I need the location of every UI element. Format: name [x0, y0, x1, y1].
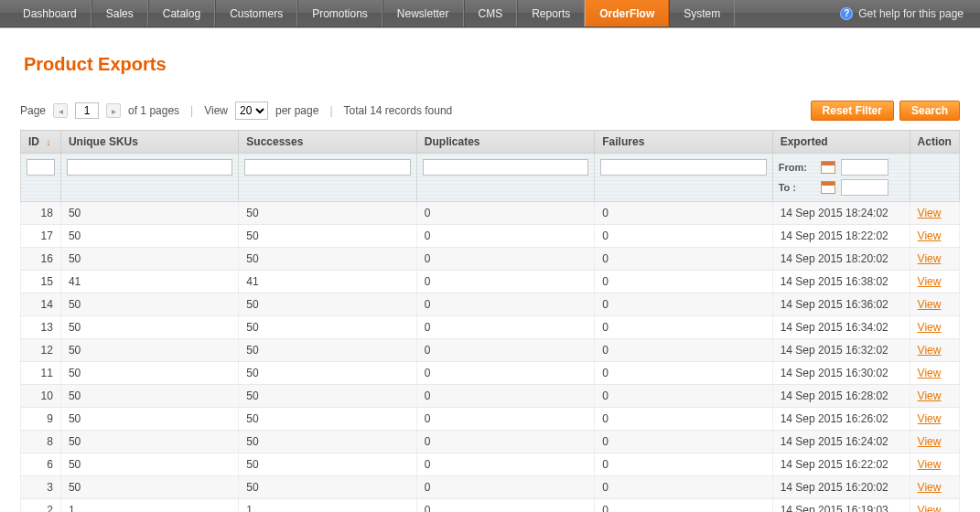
toolbar-sep-2: |	[326, 104, 336, 117]
search-button[interactable]: Search	[899, 101, 960, 121]
view-link[interactable]: View	[918, 252, 942, 265]
cell-duplicates: 0	[416, 225, 594, 248]
cell-successes: 50	[239, 408, 416, 431]
table-row[interactable]: 2110014 Sep 2015 16:19:03View	[21, 499, 960, 513]
table-row[interactable]: 650500014 Sep 2015 16:22:02View	[21, 453, 960, 476]
filter-id-input[interactable]	[27, 159, 55, 176]
view-link[interactable]: View	[918, 504, 942, 512]
filter-to-input[interactable]	[841, 179, 888, 196]
cell-action: View	[910, 339, 959, 362]
table-row[interactable]: 1350500014 Sep 2015 16:34:02View	[21, 316, 960, 339]
view-link[interactable]: View	[918, 229, 942, 242]
cell-action: View	[910, 499, 959, 513]
cell-action: View	[910, 385, 959, 408]
prev-page-button[interactable]: ◂	[53, 103, 68, 118]
cell-duplicates: 0	[416, 339, 594, 362]
sort-desc-icon: ↓	[46, 136, 51, 147]
view-link[interactable]: View	[918, 321, 942, 334]
table-row[interactable]: 1650500014 Sep 2015 18:20:02View	[21, 248, 960, 271]
cell-action: View	[910, 293, 959, 316]
view-link[interactable]: View	[918, 412, 942, 425]
nav-item-orderflow[interactable]: OrderFlow	[585, 0, 669, 27]
cell-successes: 50	[239, 248, 416, 271]
help-label: Get help for this page	[858, 7, 964, 20]
cell-id: 3	[21, 476, 61, 499]
view-link[interactable]: View	[918, 367, 942, 379]
next-page-button[interactable]: ▸	[106, 103, 121, 118]
page-label: Page	[20, 104, 46, 117]
cell-exported: 14 Sep 2015 16:38:02	[772, 271, 910, 293]
nav-item-catalog[interactable]: Catalog	[148, 0, 215, 27]
nav-item-dashboard[interactable]: Dashboard	[9, 0, 92, 27]
col-header-id-label: ID	[28, 135, 39, 148]
nav-item-sales[interactable]: Sales	[92, 0, 148, 27]
calendar-icon[interactable]	[821, 161, 835, 174]
view-link[interactable]: View	[918, 435, 942, 448]
col-header-failures[interactable]: Failures	[595, 131, 772, 154]
nav-item-reports[interactable]: Reports	[517, 0, 585, 27]
table-row[interactable]: 950500014 Sep 2015 16:26:02View	[21, 408, 960, 431]
nav-item-system[interactable]: System	[669, 0, 735, 27]
reset-filter-button[interactable]: Reset Filter	[811, 101, 894, 121]
page-number-input[interactable]	[75, 102, 99, 119]
cell-successes: 41	[239, 271, 416, 293]
cell-sku: 50	[60, 339, 238, 362]
help-link[interactable]: ? Get help for this page	[833, 0, 971, 27]
table-row[interactable]: 350500014 Sep 2015 16:20:02View	[21, 476, 960, 499]
nav-spacer	[735, 0, 833, 27]
filter-sku-input[interactable]	[67, 159, 232, 176]
cell-id: 17	[21, 225, 61, 248]
cell-id: 18	[21, 202, 61, 225]
table-row[interactable]: 1150500014 Sep 2015 16:30:02View	[21, 362, 960, 385]
col-header-id[interactable]: ID ↓	[21, 131, 61, 154]
filter-failures-input[interactable]	[600, 159, 766, 176]
cell-exported: 14 Sep 2015 16:22:02	[772, 453, 910, 476]
cell-sku: 50	[60, 431, 238, 453]
col-header-sku[interactable]: Unique SKUs	[60, 131, 238, 154]
cell-successes: 50	[239, 385, 416, 408]
cell-failures: 0	[595, 362, 772, 385]
view-link[interactable]: View	[918, 275, 942, 288]
nav-item-promotions[interactable]: Promotions	[297, 0, 382, 27]
table-row[interactable]: 850500014 Sep 2015 16:24:02View	[21, 431, 960, 453]
nav-item-customers[interactable]: Customers	[215, 0, 297, 27]
table-row[interactable]: 1450500014 Sep 2015 16:36:02View	[21, 293, 960, 316]
cell-exported: 14 Sep 2015 16:28:02	[772, 385, 910, 408]
view-link[interactable]: View	[918, 481, 942, 494]
col-header-successes[interactable]: Successes	[239, 131, 416, 154]
view-link[interactable]: View	[918, 458, 942, 471]
cell-failures: 0	[595, 293, 772, 316]
cell-failures: 0	[595, 339, 772, 362]
nav-item-newsletter[interactable]: Newsletter	[382, 0, 464, 27]
view-link[interactable]: View	[918, 298, 942, 311]
table-row[interactable]: 1750500014 Sep 2015 18:22:02View	[21, 225, 960, 248]
col-header-duplicates[interactable]: Duplicates	[416, 131, 594, 154]
table-row[interactable]: 1850500014 Sep 2015 18:24:02View	[21, 202, 960, 225]
filter-exported-date: From: To :	[779, 159, 904, 196]
view-link[interactable]: View	[918, 207, 942, 219]
table-row[interactable]: 1050500014 Sep 2015 16:28:02View	[21, 385, 960, 408]
view-link[interactable]: View	[918, 389, 942, 402]
filter-duplicates-input[interactable]	[423, 159, 588, 176]
top-nav: DashboardSalesCatalogCustomersPromotions…	[0, 0, 980, 27]
view-link[interactable]: View	[918, 344, 942, 357]
col-header-action: Action	[910, 131, 959, 154]
total-records-label: Total 14 records found	[344, 104, 453, 117]
per-page-select[interactable]: 20	[235, 101, 268, 120]
cell-sku: 50	[60, 293, 238, 316]
cell-successes: 50	[239, 453, 416, 476]
cell-action: View	[910, 453, 959, 476]
calendar-icon[interactable]	[821, 181, 835, 194]
grid-filter-row: From: To :	[21, 154, 960, 202]
nav-item-cms[interactable]: CMS	[464, 0, 518, 27]
cell-sku: 50	[60, 476, 238, 499]
cell-action: View	[910, 408, 959, 431]
col-header-exported[interactable]: Exported	[772, 131, 910, 154]
nav-menu: DashboardSalesCatalogCustomersPromotions…	[9, 0, 735, 27]
filter-from-input[interactable]	[841, 159, 888, 176]
cell-action: View	[910, 202, 959, 225]
filter-successes-input[interactable]	[244, 159, 410, 176]
table-row[interactable]: 1250500014 Sep 2015 16:32:02View	[21, 339, 960, 362]
table-row[interactable]: 1541410014 Sep 2015 16:38:02View	[21, 271, 960, 293]
cell-successes: 50	[239, 362, 416, 385]
